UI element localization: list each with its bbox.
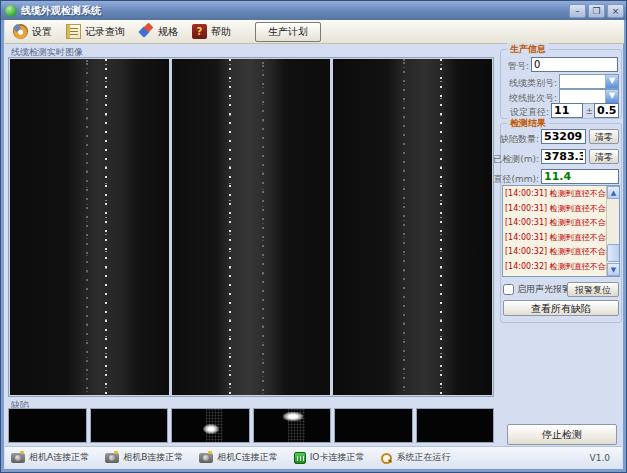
camera-c-image (333, 59, 492, 395)
system-running-text: 系统正在运行 (396, 451, 450, 464)
defect-thumbnail[interactable] (416, 408, 495, 443)
scroll-down-icon[interactable]: ▼ (607, 263, 620, 276)
window-title: 线缆外观检测系统 (21, 4, 569, 18)
measured-length-value (541, 149, 586, 164)
camera-b-status: 相机B连接正常 (105, 451, 183, 464)
camera-icon (105, 453, 119, 463)
records-icon (66, 24, 81, 39)
defect-thumbnail[interactable] (90, 408, 169, 443)
system-running-status: 系统正在运行 (380, 451, 450, 464)
app-icon (5, 5, 17, 17)
specs-button[interactable]: 规格 (139, 24, 178, 39)
tube-number-label: 管号: (489, 60, 529, 73)
status-bar: 相机A连接正常 相机B连接正常 相机C连接正常 IO卡连接正常 系统正在运行 V… (5, 446, 622, 468)
specs-label: 规格 (158, 25, 178, 39)
camera-icon (11, 453, 25, 463)
records-label: 记录查询 (85, 25, 125, 39)
set-diameter-input[interactable] (551, 103, 583, 118)
help-label: 帮助 (211, 25, 231, 39)
defect-count-value (541, 129, 586, 144)
view-all-defects-button[interactable]: 查看所有缺陷 (503, 300, 619, 316)
minimize-button[interactable]: – (569, 4, 586, 18)
camera-c-status: 相机C连接正常 (199, 451, 277, 464)
clear-length-button[interactable]: 清零 (589, 149, 619, 164)
toolbar: 设置 记录查询 规格 ? 帮助 生产计划 (5, 20, 624, 44)
log-entry: [14:00:31] 检测到直径不合格 (503, 186, 619, 201)
log-entry: [14:00:31] 检测到直径不合格 (503, 201, 619, 216)
log-entry: [14:00:31] 检测到直径不合格 (503, 215, 619, 230)
help-icon: ? (192, 24, 207, 39)
wire-edge-highlight (86, 59, 88, 395)
stop-detection-button[interactable]: 停止检测 (507, 424, 617, 445)
log-entry: [14:00:32] 检测到直径不合格 (503, 244, 619, 259)
settings-icon (13, 24, 28, 39)
production-plan-button[interactable]: 生产计划 (255, 22, 321, 42)
chevron-down-icon[interactable]: ▼ (605, 90, 618, 103)
wire-edge-highlight (229, 59, 231, 395)
clear-defects-button[interactable]: 清零 (589, 129, 619, 144)
camera-icon (199, 453, 213, 463)
tube-number-input[interactable] (531, 57, 618, 72)
wire-edge-highlight (440, 59, 442, 395)
plus-minus-sign: ± (585, 106, 593, 116)
version-label: V1.0 (590, 453, 616, 463)
io-card-icon (294, 452, 306, 464)
camera-b-status-text: 相机B连接正常 (123, 451, 183, 464)
alarm-log-list[interactable]: [14:00:31] 检测到直径不合格 [14:00:31] 检测到直径不合格 … (502, 185, 620, 277)
wire-edge-highlight (262, 59, 264, 395)
camera-b-image (172, 59, 331, 395)
close-button[interactable]: × (607, 4, 624, 18)
app-window: 线缆外观检测系统 – ❐ × 设置 记录查询 规格 ? 帮助 生产计划 线缆检测… (0, 0, 627, 473)
io-card-status: IO卡连接正常 (294, 451, 365, 464)
wire-edge-highlight (403, 59, 405, 395)
diameter-result-value (541, 169, 619, 184)
scrollbar-thumb[interactable] (607, 244, 620, 262)
defect-thumbnail[interactable] (334, 408, 413, 443)
sound-light-alarm-label: 启用声光报警 (517, 283, 571, 296)
batch-number-select[interactable]: ▼ (559, 89, 619, 104)
chevron-down-icon[interactable]: ▼ (605, 75, 618, 88)
help-button[interactable]: ? 帮助 (192, 24, 231, 39)
camera-a-image (10, 59, 169, 395)
defect-count-label: 缺陷数量: (491, 133, 539, 146)
log-entry: [14:00:31] 检测到直径不合格 (503, 230, 619, 245)
wire-edge-highlight (105, 59, 107, 395)
defect-thumbnail[interactable] (8, 408, 87, 443)
scroll-up-icon[interactable]: ▲ (607, 186, 620, 199)
defect-thumbnail[interactable] (171, 408, 250, 443)
alarm-reset-button[interactable]: 报警复位 (567, 282, 619, 297)
log-scrollbar[interactable]: ▲ ▼ (606, 186, 619, 276)
defect-thumbnail[interactable] (253, 408, 332, 443)
settings-button[interactable]: 设置 (13, 24, 52, 39)
sound-light-alarm-checkbox[interactable] (503, 284, 514, 295)
live-image-view (8, 57, 494, 397)
camera-c-status-text: 相机C连接正常 (217, 451, 277, 464)
camera-a-status-text: 相机A连接正常 (29, 451, 89, 464)
log-entry: [14:00:32] 检测到直径不合格 (503, 259, 619, 274)
cable-type-select[interactable]: ▼ (559, 74, 619, 89)
cable-type-label: 线缆类别号: (489, 77, 557, 90)
magnifier-icon (380, 452, 392, 464)
defect-thumbnail-strip (8, 408, 494, 443)
records-query-button[interactable]: 记录查询 (66, 24, 125, 39)
settings-label: 设置 (32, 25, 52, 39)
title-bar: 线缆外观检测系统 – ❐ × (1, 1, 627, 20)
restore-button[interactable]: ❐ (588, 4, 605, 18)
specs-icon (139, 24, 154, 39)
tolerance-input[interactable] (594, 103, 619, 118)
production-info-title: 生产信息 (507, 43, 549, 56)
batch-number-label: 绞线批次号: (489, 92, 557, 105)
measured-length-label: 已检测(m): (489, 153, 539, 166)
camera-a-status: 相机A连接正常 (11, 451, 89, 464)
io-card-status-text: IO卡连接正常 (310, 451, 365, 464)
